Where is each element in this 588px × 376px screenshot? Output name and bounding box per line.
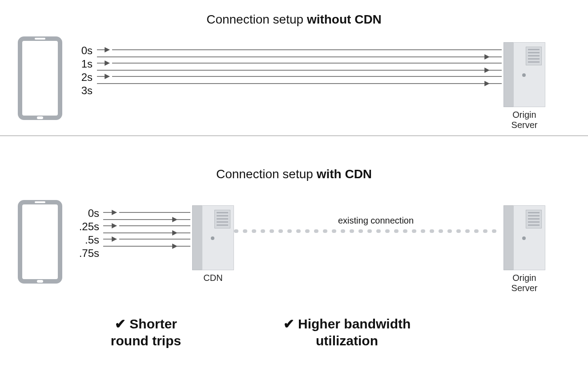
label-line: Server xyxy=(511,283,538,293)
time-label: 3s xyxy=(71,85,93,96)
time-label: 2s xyxy=(71,72,93,83)
title-prefix: Connection setup xyxy=(206,12,307,26)
phone-icon xyxy=(18,200,62,284)
origin-server-label: Origin Server xyxy=(503,110,545,130)
origin-server-label: Origin Server xyxy=(503,273,545,293)
cdn-server-icon: CDN xyxy=(192,205,234,270)
title-prefix: Connection setup xyxy=(216,167,317,181)
benefit-line: round trips xyxy=(111,333,181,348)
cdn-label: CDN xyxy=(192,273,234,283)
origin-server-icon: Origin Server xyxy=(503,42,545,107)
time-labels-bottom: 0s .25s .5s .75s xyxy=(69,208,99,261)
existing-connection-label: existing connection xyxy=(338,216,414,226)
phone-icon xyxy=(18,36,62,120)
time-label: 0s xyxy=(71,45,93,56)
benefit-shorter-trips: ✔ Shorter round trips xyxy=(79,316,213,349)
title-bold: without CDN xyxy=(307,12,382,26)
benefit-line: ✔ Higher bandwidth xyxy=(283,316,411,331)
benefit-line: ✔ Shorter xyxy=(115,316,177,331)
time-label: .25s xyxy=(69,221,99,232)
label-line: Server xyxy=(511,120,538,130)
time-label: .75s xyxy=(69,248,99,259)
label-line: Origin xyxy=(512,273,536,283)
time-label: 0s xyxy=(69,208,99,219)
time-label: .5s xyxy=(69,235,99,245)
title-bold: with CDN xyxy=(317,167,372,181)
label-line: Origin xyxy=(512,110,536,120)
benefit-higher-bandwidth: ✔ Higher bandwidth utilization xyxy=(254,316,440,349)
time-labels-top: 0s 1s 2s 3s xyxy=(71,45,93,99)
origin-server-icon: Origin Server xyxy=(503,205,545,270)
benefit-line: utilization xyxy=(316,333,378,348)
title-with-cdn: Connection setup with CDN xyxy=(0,145,588,186)
title-without-cdn: Connection setup without CDN xyxy=(0,0,588,31)
time-label: 1s xyxy=(71,59,93,69)
